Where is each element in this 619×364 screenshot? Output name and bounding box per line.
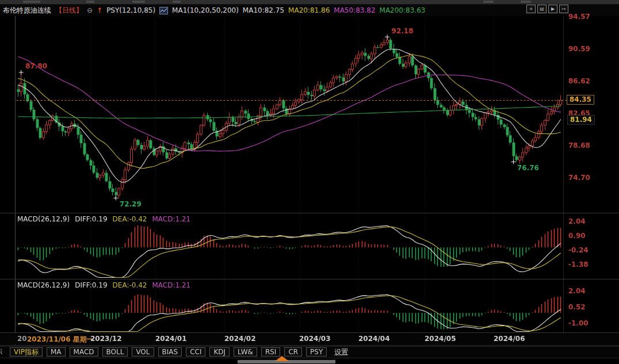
indicator-toolbar: 标 VIP指标MAMACDBOLLVOLBIASCCIKDJLW&RSICRPS… [0,346,619,357]
macd-params-label[interactable]: MACD(26,12,9) [17,281,70,289]
current-price-label: 84.35 [567,95,594,105]
price-axis-label: 86.62 [568,77,590,85]
macd-params-label[interactable]: MACD(26,12,9) [17,215,70,223]
price-axis-label: 78.68 [568,141,590,150]
right-axis-border [563,16,564,332]
macd1-axis-label: -0.24 [568,246,589,254]
macd-panel-2-labels: MACD(26,12,9) DIFF:0.19 DEA:-0.42 MACD:1… [17,281,190,289]
diff-value-label: DIFF:0.19 [75,281,107,289]
panel-separator [0,345,619,346]
macd1-axis-label: 2.04 [568,217,586,225]
scroll-position-marker[interactable] [275,356,289,361]
tab-PSY[interactable]: PSY [306,347,327,357]
panel-separator[interactable] [0,213,619,213]
tab-CCI[interactable]: CCI [186,347,205,357]
tab-VIP指标[interactable]: VIP指标 [10,347,43,357]
macd1-axis-label: 0.90 [568,232,586,240]
month-axis-label: 2024/01 [155,335,186,343]
chart-canvas[interactable] [0,0,619,346]
macd2-axis-label: -1.00 [568,319,589,327]
month-axis-label: 2024/04 [358,335,389,343]
secondary-price-label: 81.94 [567,115,595,125]
panel-separator[interactable] [0,279,619,279]
tab-BIAS[interactable]: BIAS [158,347,182,357]
price-axis-label: 90.59 [568,45,590,53]
tab-BOLL[interactable]: BOLL [102,347,128,357]
date-axis: 20 2023/11/06 星期一 2023/122024/012024/022… [0,333,619,344]
price-annotation: 76.76 [517,164,539,172]
price-annotation: 72.29 [120,200,142,208]
tab-MACD[interactable]: MACD [70,347,98,357]
price-annotation: 87.80 [25,62,47,70]
trading-app-window: 布伦特原油连续 【日线】 ⊖ ↑ PSY(12,10,85) MA1(10,20… [0,0,619,364]
month-axis-label: 2024/03 [299,335,330,343]
month-axis-label: 2023/12 [90,335,121,343]
tab-设置[interactable]: 设置 [331,348,351,356]
month-axis-label: 2024/02 [224,335,255,343]
partial-date-label: 20 [17,335,27,343]
diff-value-label: DIFF:0.19 [75,215,107,223]
macd-value-label: MACD:1.21 [152,281,190,289]
macd1-axis-label: -1.38 [568,260,589,269]
month-axis-label: 2024/06 [494,335,525,343]
tab-LW&[interactable]: LW& [234,347,257,357]
dea-value-label: DEA:-0.42 [113,215,147,223]
tab-RSI[interactable]: RSI [261,347,281,357]
macd-value-label: MACD:1.21 [152,215,190,223]
tab-KDJ[interactable]: KDJ [209,347,230,357]
macd2-axis-label: 2.04 [568,287,586,295]
price-axis-label: 94.57 [568,13,590,21]
tab-CR[interactable]: CR [284,347,302,357]
macd2-axis-label: 0.52 [568,303,586,311]
bottom-scroll-area [0,358,619,364]
highlighted-date-label: 2023/11/06 星期一 [27,335,94,344]
macd-panel-1-labels: MACD(26,12,9) DIFF:0.19 DEA:-0.42 MACD:1… [17,215,190,223]
price-axis-label: 74.70 [568,174,590,182]
left-axis-border [15,16,16,345]
dea-value-label: DEA:-0.42 [113,281,147,289]
month-axis-label: 2024/05 [425,335,456,343]
tab-MA[interactable]: MA [47,347,66,357]
tab-VOL[interactable]: VOL [132,347,154,357]
clipped-tab-label[interactable]: 标 [1,347,6,357]
price-annotation: 92.18 [392,27,414,35]
